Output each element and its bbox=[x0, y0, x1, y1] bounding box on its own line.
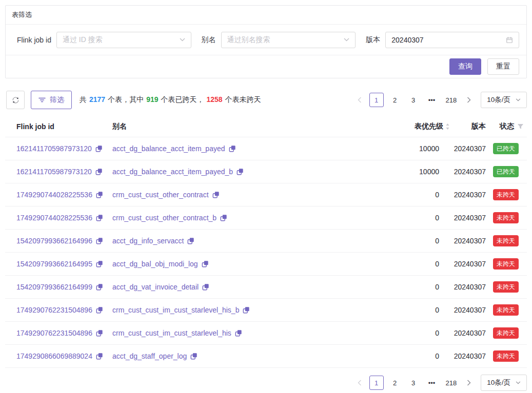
page-number-button[interactable]: 218 bbox=[443, 93, 460, 107]
page-size-select[interactable]: 10条/页 bbox=[481, 92, 527, 108]
alias-link[interactable]: acct_dg_bal_obj_modi_log bbox=[112, 260, 198, 268]
page-number-button[interactable]: 3 bbox=[406, 376, 421, 390]
copy-icon[interactable] bbox=[95, 145, 103, 152]
header-priority[interactable]: 表优先级 bbox=[391, 122, 450, 131]
flink-job-id-link[interactable]: 1542097993662164999 bbox=[16, 283, 92, 291]
copy-icon[interactable] bbox=[96, 260, 103, 267]
version-date-input[interactable]: 20240307 bbox=[385, 32, 519, 48]
table-row: 1542097993662164996 acct_dg_info_servacc… bbox=[5, 230, 527, 253]
chevron-down-icon bbox=[516, 381, 521, 384]
page-number-button[interactable]: 1 bbox=[369, 376, 384, 390]
cell-version: 20240307 bbox=[450, 191, 486, 199]
copy-icon[interactable] bbox=[212, 191, 220, 198]
prev-page-button[interactable] bbox=[354, 376, 365, 390]
flink-job-id-link[interactable]: 1749290866069889024 bbox=[16, 352, 92, 360]
reset-button[interactable]: 重置 bbox=[487, 58, 519, 75]
page-number-button[interactable]: ••• bbox=[425, 376, 439, 390]
flink-job-id-link[interactable]: 1749290744028225536 bbox=[16, 191, 92, 199]
refresh-button[interactable] bbox=[6, 91, 25, 109]
cell-priority: 0 bbox=[391, 306, 450, 314]
copy-icon[interactable] bbox=[96, 191, 103, 198]
copy-icon[interactable] bbox=[96, 353, 103, 360]
cell-flink-job-id: 1542097993662164999 bbox=[11, 283, 112, 291]
copy-icon[interactable] bbox=[96, 214, 103, 221]
next-page-button[interactable] bbox=[463, 93, 475, 107]
table-row: 1749290762231504896 crm_cust_cust_im_cus… bbox=[5, 299, 527, 322]
cell-status: 未跨天 bbox=[486, 350, 524, 362]
alias-link[interactable]: acct_dg_balance_acct_item_payed_b bbox=[112, 168, 233, 176]
status-badge: 未跨天 bbox=[493, 327, 519, 339]
flink-job-id-link[interactable]: 1621411705987973120 bbox=[16, 144, 92, 153]
crossed-count: 919 bbox=[146, 95, 158, 104]
copy-icon[interactable] bbox=[96, 329, 103, 337]
chevron-left-icon bbox=[358, 97, 362, 103]
alias-link[interactable]: crm_cust_cust_other_contract bbox=[112, 191, 209, 199]
cell-status: 未跨天 bbox=[486, 327, 524, 339]
alias-link[interactable]: crm_cust_cust_other_contract_b bbox=[112, 214, 216, 222]
header-alias: 别名 bbox=[112, 122, 391, 131]
flink-job-id-link[interactable]: 1749290762231504896 bbox=[16, 329, 92, 337]
copy-icon[interactable] bbox=[96, 306, 103, 314]
page-number-button[interactable]: 3 bbox=[406, 93, 421, 107]
cell-version: 20240307 bbox=[450, 329, 486, 337]
alias-link[interactable]: acct_dg_vat_invoice_detail bbox=[112, 283, 199, 291]
page-number-list: 1 2 3 ••• 218 bbox=[369, 93, 460, 107]
copy-icon[interactable] bbox=[202, 283, 209, 291]
copy-icon[interactable] bbox=[190, 353, 198, 360]
copy-icon[interactable] bbox=[237, 168, 244, 175]
copy-icon[interactable] bbox=[95, 168, 103, 175]
chevron-down-icon bbox=[344, 38, 349, 42]
flink-job-id-placeholder: 通过 ID 搜索 bbox=[63, 35, 103, 45]
cell-version: 20240307 bbox=[450, 237, 486, 245]
copy-icon[interactable] bbox=[96, 237, 103, 244]
table-row: 1621411705987973120 acct_dg_balance_acct… bbox=[5, 160, 527, 183]
flink-job-id-link[interactable]: 1542097993662164995 bbox=[16, 260, 92, 268]
alias-link[interactable]: crm_cust_cust_im_cust_starlevel_his_b bbox=[112, 306, 239, 314]
alias-link[interactable]: acct_dg_balance_acct_item_payed bbox=[112, 144, 225, 153]
page-number-button[interactable]: 2 bbox=[388, 376, 402, 390]
header-flink-job-id: Flink job id bbox=[11, 122, 112, 131]
stats-seg1: 共 bbox=[80, 95, 87, 104]
alias-select[interactable]: 通过别名搜索 bbox=[221, 32, 356, 48]
copy-icon[interactable] bbox=[96, 283, 103, 291]
prev-page-button[interactable] bbox=[354, 93, 365, 107]
page-number-button[interactable]: 1 bbox=[369, 93, 384, 107]
copy-icon[interactable] bbox=[220, 214, 227, 221]
table-header-row: Flink job id 别名 表优先级 版本 状态 bbox=[5, 116, 527, 137]
status-badge: 已跨天 bbox=[493, 143, 519, 154]
alias-link[interactable]: acct_dg_staff_oper_log bbox=[112, 352, 187, 360]
sorter-icon[interactable] bbox=[445, 123, 450, 130]
cell-version: 20240307 bbox=[450, 260, 486, 268]
copy-icon[interactable] bbox=[202, 260, 209, 267]
next-page-button[interactable] bbox=[463, 376, 475, 390]
flink-job-id-link[interactable]: 1542097993662164996 bbox=[16, 237, 92, 245]
cell-flink-job-id: 1749290762231504896 bbox=[11, 329, 112, 337]
copy-icon[interactable] bbox=[243, 306, 250, 314]
filter-card: 表筛选 Flink job id 通过 ID 搜索 别名 通过别名搜索 版本 2… bbox=[5, 5, 527, 78]
page-number-button[interactable]: 218 bbox=[443, 376, 460, 390]
query-button[interactable]: 查询 bbox=[449, 58, 481, 75]
funnel-icon[interactable] bbox=[517, 123, 524, 130]
alias-link[interactable]: acct_dg_info_servacct bbox=[112, 237, 184, 245]
status-badge: 已跨天 bbox=[493, 166, 519, 177]
flink-job-id-link[interactable]: 1749290744028225536 bbox=[16, 214, 92, 222]
flink-job-id-select[interactable]: 通过 ID 搜索 bbox=[56, 32, 191, 48]
flink-job-id-link[interactable]: 1749290762231504896 bbox=[16, 306, 92, 314]
table-toolbar: 筛选 共2177个表，其中919个表已跨天，1258个表未跨天 1 2 3 ••… bbox=[5, 91, 527, 109]
filter-toggle-button[interactable]: 筛选 bbox=[31, 91, 72, 109]
copy-icon[interactable] bbox=[187, 237, 194, 244]
filter-lines-icon bbox=[38, 97, 46, 103]
table-row: 1749290762231504896 crm_cust_cust_im_cus… bbox=[5, 322, 527, 345]
table-row: 1621411705987973120 acct_dg_balance_acct… bbox=[5, 137, 527, 160]
flink-job-id-link[interactable]: 1621411705987973120 bbox=[16, 168, 92, 176]
filter-card-title: 表筛选 bbox=[6, 6, 526, 25]
alias-link[interactable]: crm_cust_cust_im_cust_starlevel_his bbox=[112, 329, 231, 337]
page-number-button[interactable]: ••• bbox=[425, 93, 439, 107]
cell-alias: acct_dg_bal_obj_modi_log bbox=[112, 260, 391, 268]
copy-icon[interactable] bbox=[235, 329, 242, 337]
page-size-select[interactable]: 10条/页 bbox=[481, 375, 527, 391]
cell-version: 20240307 bbox=[450, 352, 486, 360]
page-number-button[interactable]: 2 bbox=[388, 93, 402, 107]
copy-icon[interactable] bbox=[229, 145, 236, 152]
not-crossed-count: 1258 bbox=[207, 95, 223, 104]
